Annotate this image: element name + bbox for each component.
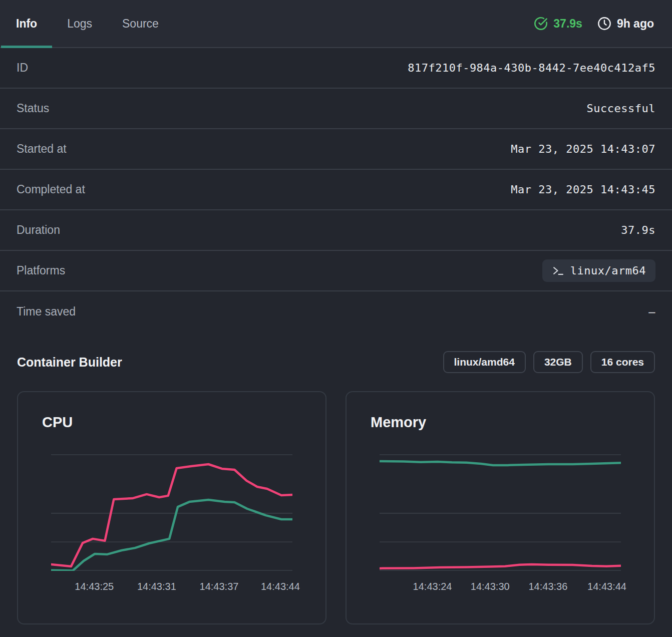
builder-spec-badges: linux/amd64 32GB 16 cores [443,351,655,373]
tab-info[interactable]: Info [1,0,52,47]
row-label: Platforms [17,264,65,277]
tab-source[interactable]: Source [107,0,174,47]
started-at-value: Mar 23, 2025 14:43:07 [511,143,655,155]
row-label: Duration [17,223,60,237]
badge-memory: 32GB [533,351,583,373]
table-row-duration: Duration 37.9s [0,210,672,251]
x-axis-tick-label: 14:43:44 [261,581,300,592]
build-id-value: 817f210f-984a-430b-8442-7ee40c412af5 [408,62,655,74]
tab-logs-label: Logs [67,17,92,31]
row-label: ID [17,61,28,75]
row-label: Started at [17,142,67,156]
table-row-id: ID 817f210f-984a-430b-8442-7ee40c412af5 [0,48,672,89]
memory-chart-title: Memory [371,414,630,431]
build-meta: 37.9s 9h ago [534,0,672,47]
tab-info-label: Info [16,17,37,31]
memory-chart-x-ticks: 14:43:2414:43:3014:43:3614:43:44 [380,581,621,596]
builder-title: Container Builder [17,355,122,370]
check-circle-icon [534,17,548,31]
clock-icon [597,17,611,31]
x-axis-tick-label: 14:43:31 [137,581,176,592]
tab-source-label: Source [122,17,159,31]
time-saved-value: – [648,305,655,318]
build-duration: 37.9s [553,17,582,31]
memory-chart-card: Memory 14:43:2414:43:3014:43:3614:43:44 [346,391,655,624]
duration-value: 37.9s [621,224,655,236]
build-time-ago: 9h ago [617,17,654,31]
build-time-ago-group: 9h ago [597,17,654,31]
cpu-chart-card: CPU 14:43:2514:43:3114:43:3714:43:44 [17,391,326,624]
row-label: Status [17,102,49,115]
x-axis-tick-label: 14:43:30 [471,581,510,592]
memory-chart-plot [380,454,621,571]
tab-bar: Info Logs Source 37.9s 9h ago [0,0,672,48]
row-label: Completed at [17,183,85,196]
x-axis-tick-label: 14:43:25 [75,581,114,592]
terminal-prompt-icon [552,264,564,277]
table-row-platforms: Platforms linux/arm64 [0,251,672,291]
cpu-chart-title: CPU [42,414,301,431]
build-duration-status: 37.9s [534,17,582,31]
platform-badge: linux/arm64 [542,259,655,282]
x-axis-tick-label: 14:43:36 [528,581,567,592]
table-row-started-at: Started at Mar 23, 2025 14:43:07 [0,129,672,170]
cpu-chart-x-ticks: 14:43:2514:43:3114:43:3714:43:44 [51,581,292,596]
badge-cores: 16 cores [590,351,655,373]
x-axis-tick-label: 14:43:24 [413,581,452,592]
table-row-status: Status Successful [0,89,672,129]
table-row-time-saved: Time saved – [0,291,672,332]
tab-logs[interactable]: Logs [52,0,107,47]
table-row-completed-at: Completed at Mar 23, 2025 14:43:45 [0,170,672,210]
badge-platform: linux/amd64 [443,351,526,373]
builder-section-header: Container Builder linux/amd64 32GB 16 co… [0,351,672,373]
x-axis-tick-label: 14:43:44 [587,581,626,592]
row-label: Time saved [17,305,76,318]
build-details-table: ID 817f210f-984a-430b-8442-7ee40c412af5 … [0,48,672,332]
completed-at-value: Mar 23, 2025 14:43:45 [511,183,655,196]
platform-value: linux/arm64 [570,264,646,277]
cpu-chart-plot [51,454,292,571]
status-value: Successful [587,102,655,115]
charts-row: CPU 14:43:2514:43:3114:43:3714:43:44 Mem… [0,391,672,624]
x-axis-tick-label: 14:43:37 [200,581,239,592]
